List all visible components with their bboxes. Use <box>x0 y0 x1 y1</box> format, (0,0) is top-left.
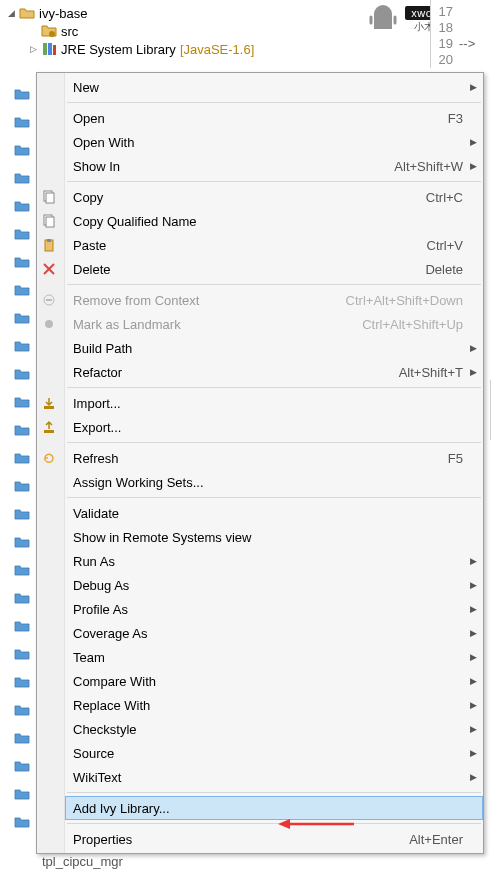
jre-version: [JavaSE-1.6] <box>180 42 254 57</box>
background-project-item[interactable] <box>14 416 30 444</box>
background-project-item[interactable] <box>14 80 30 108</box>
svg-rect-20 <box>44 406 54 409</box>
background-project-item[interactable] <box>14 164 30 192</box>
background-project-item[interactable] <box>14 780 30 808</box>
menu-item-compare-with[interactable]: Compare With▶ <box>65 669 483 693</box>
svg-rect-21 <box>44 430 54 433</box>
svg-rect-8 <box>53 45 56 55</box>
folder-icon <box>14 702 30 718</box>
menu-item-show-in[interactable]: Show InAlt+Shift+W▶ <box>65 154 483 178</box>
background-project-item[interactable] <box>14 276 30 304</box>
background-project-item[interactable] <box>14 444 30 472</box>
svg-point-5 <box>49 31 55 37</box>
folder-icon <box>14 506 30 522</box>
menu-item-label: Show in Remote Systems view <box>73 530 463 545</box>
delete-icon <box>41 261 57 277</box>
folder-icon <box>14 114 30 130</box>
background-project-item[interactable] <box>14 696 30 724</box>
menu-item-properties[interactable]: PropertiesAlt+Enter <box>65 827 483 851</box>
menu-item-assign-working-sets[interactable]: Assign Working Sets... <box>65 470 483 494</box>
menu-item-replace-with[interactable]: Replace With▶ <box>65 693 483 717</box>
background-project-item[interactable] <box>14 612 30 640</box>
menu-item-label: Replace With <box>73 698 463 713</box>
jre-library[interactable]: ▷ JRE System Library [JavaSE-1.6] <box>6 40 500 58</box>
background-project-item[interactable] <box>14 584 30 612</box>
collapse-arrow-icon[interactable]: ◢ <box>6 8 17 19</box>
menu-item-shortcut: Delete <box>413 262 463 277</box>
menu-item-paste[interactable]: PasteCtrl+V <box>65 233 483 257</box>
background-project-item[interactable] <box>14 528 30 556</box>
submenu-arrow-icon: ▶ <box>470 724 477 734</box>
background-project-item[interactable] <box>14 304 30 332</box>
menu-item-open[interactable]: OpenF3 <box>65 106 483 130</box>
menu-item-profile-as[interactable]: Profile As▶ <box>65 597 483 621</box>
background-project-item[interactable] <box>14 108 30 136</box>
folder-icon <box>14 478 30 494</box>
background-project-item[interactable] <box>14 388 30 416</box>
line-number: 18 <box>431 20 459 36</box>
landmark-icon <box>41 316 57 332</box>
svg-rect-10 <box>46 193 54 203</box>
menu-item-source[interactable]: Source▶ <box>65 741 483 765</box>
line-number: 20 <box>431 52 459 68</box>
menu-item-label: New <box>73 80 463 95</box>
submenu-arrow-icon: ▶ <box>470 161 477 171</box>
menu-item-checkstyle[interactable]: Checkstyle▶ <box>65 717 483 741</box>
paste-icon <box>41 237 57 253</box>
menu-item-remove-from-context: Remove from ContextCtrl+Alt+Shift+Down <box>65 288 483 312</box>
import-icon <box>41 395 57 411</box>
menu-item-label: Export... <box>73 420 463 435</box>
menu-item-label: Import... <box>73 396 463 411</box>
menu-item-validate[interactable]: Validate <box>65 501 483 525</box>
background-project-item[interactable] <box>14 556 30 584</box>
background-project-item[interactable] <box>14 808 30 836</box>
copyq-icon <box>41 213 57 229</box>
svg-rect-7 <box>48 43 52 55</box>
background-project-item[interactable] <box>14 724 30 752</box>
background-project-item[interactable] <box>14 472 30 500</box>
menu-item-wikitext[interactable]: WikiText▶ <box>65 765 483 789</box>
menu-item-delete[interactable]: DeleteDelete <box>65 257 483 281</box>
folder-icon <box>14 366 30 382</box>
copy-icon <box>41 189 57 205</box>
menu-item-copy[interactable]: CopyCtrl+C <box>65 185 483 209</box>
folder-icon <box>14 618 30 634</box>
background-project-item[interactable] <box>14 248 30 276</box>
menu-item-export[interactable]: Export... <box>65 415 483 439</box>
submenu-arrow-icon: ▶ <box>470 748 477 758</box>
menu-item-copy-qualified-name[interactable]: Copy Qualified Name <box>65 209 483 233</box>
menu-item-new[interactable]: New▶ <box>65 75 483 99</box>
background-project-item[interactable] <box>14 500 30 528</box>
context-menu[interactable]: New▶OpenF3Open With▶Show InAlt+Shift+W▶C… <box>36 72 484 854</box>
folder-icon <box>14 590 30 606</box>
expand-arrow-icon[interactable]: ▷ <box>28 44 39 55</box>
menu-item-coverage-as[interactable]: Coverage As▶ <box>65 621 483 645</box>
line-number: 19 <box>431 36 459 52</box>
background-project-item[interactable] <box>14 360 30 388</box>
background-project-item[interactable] <box>14 332 30 360</box>
background-project-item[interactable] <box>14 752 30 780</box>
background-project-item[interactable] <box>14 192 30 220</box>
menu-item-debug-as[interactable]: Debug As▶ <box>65 573 483 597</box>
menu-item-build-path[interactable]: Build Path▶ <box>65 336 483 360</box>
folder-icon <box>14 534 30 550</box>
menu-item-import[interactable]: Import... <box>65 391 483 415</box>
menu-item-team[interactable]: Team▶ <box>65 645 483 669</box>
background-project-item[interactable] <box>14 640 30 668</box>
background-project-item[interactable] <box>14 220 30 248</box>
background-project-item[interactable] <box>14 136 30 164</box>
folder-icon <box>14 394 30 410</box>
menu-item-refactor[interactable]: RefactorAlt+Shift+T▶ <box>65 360 483 384</box>
menu-item-label: Coverage As <box>73 626 463 641</box>
menu-item-label: Profile As <box>73 602 463 617</box>
svg-rect-4 <box>394 16 397 25</box>
menu-item-show-in-remote-systems-view[interactable]: Show in Remote Systems view <box>65 525 483 549</box>
submenu-arrow-icon: ▶ <box>470 772 477 782</box>
menu-item-add-ivy-library[interactable]: Add Ivy Library... <box>65 796 483 820</box>
menu-item-label: Copy Qualified Name <box>73 214 463 229</box>
project-icon <box>19 5 35 21</box>
menu-item-run-as[interactable]: Run As▶ <box>65 549 483 573</box>
menu-item-refresh[interactable]: RefreshF5 <box>65 446 483 470</box>
menu-item-open-with[interactable]: Open With▶ <box>65 130 483 154</box>
background-project-item[interactable] <box>14 668 30 696</box>
